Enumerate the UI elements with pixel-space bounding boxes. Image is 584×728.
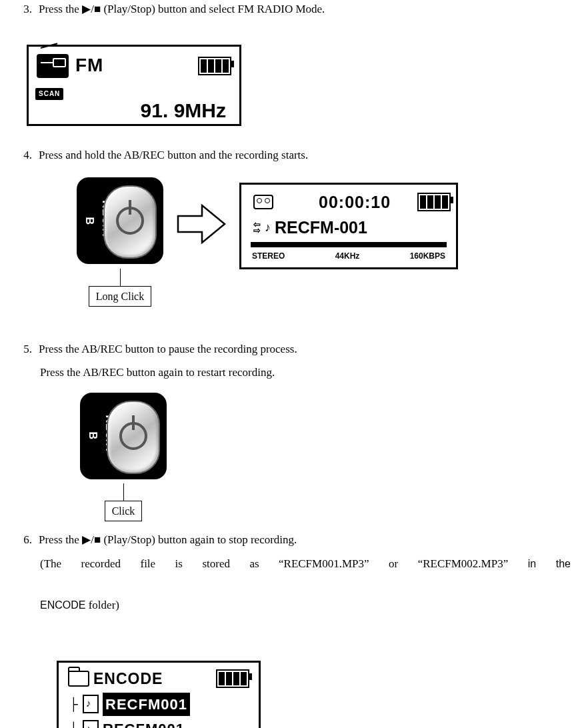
encode-folder-screen: ENCODE ├ RECFM001 └ RECFM001	[57, 661, 261, 728]
music-file-icon	[83, 720, 99, 728]
rec-button-click-diagram: REC/A-B Click	[80, 393, 167, 522]
step-6-line1: Press the ▶/■ (Play/Stop) button again t…	[39, 531, 571, 549]
file-row-selected: ├ RECFM001	[64, 693, 253, 716]
recording-screen: 00:00:10 ⇦⇨ ♪ RECFM-001 STEREO 44KHz 160…	[239, 183, 458, 269]
encode-folder-name: ENCODE	[93, 667, 163, 691]
step-5-line2: Press the AB/REC button again to restart…	[40, 363, 571, 381]
step-3-text-a: Press the	[39, 3, 82, 15]
scan-badge: SCAN	[35, 88, 63, 100]
repeat-arrows-icon: ⇦⇨	[253, 221, 261, 233]
file-row: └ RECFM001	[64, 717, 253, 728]
step-6-line2: (The recorded file is stored as “RECFM00…	[40, 555, 571, 591]
fm-radio-screen: FM SCAN 91. 9MHz	[27, 45, 241, 126]
arrow-right-icon	[177, 204, 226, 249]
step-6-line1-a: Press the	[39, 533, 82, 546]
rec-button-longclick-diagram: REC/A-B Long Click	[77, 177, 163, 307]
battery-icon	[198, 57, 231, 75]
sample-rate-label: 44KHz	[335, 250, 360, 263]
stereo-label: STEREO	[252, 250, 285, 263]
step-6-folder-word: folder)	[85, 599, 119, 611]
cassette-icon	[253, 195, 273, 209]
play-stop-symbol-2: ▶/■	[82, 533, 101, 546]
folder-icon	[68, 671, 89, 687]
tree-branch-icon: └	[69, 719, 79, 728]
battery-icon	[216, 669, 249, 688]
music-file-icon	[83, 695, 99, 713]
step-5-number: 5.	[13, 340, 32, 358]
radio-icon	[37, 54, 69, 78]
step-6-line3: ENCODE folder)	[40, 596, 571, 614]
progress-bar	[251, 242, 447, 247]
click-caption: Click	[105, 501, 143, 522]
rec-ab-button: REC/A-B	[80, 393, 167, 479]
step-5-line1: Press the AB/REC button to pause the rec…	[39, 340, 571, 358]
battery-icon	[417, 193, 451, 211]
step-6-number: 6.	[13, 531, 32, 549]
long-click-caption: Long Click	[89, 286, 151, 307]
power-button-icon	[103, 185, 157, 259]
file-name: RECFM001	[103, 717, 185, 728]
music-note-icon: ♪	[265, 218, 271, 237]
fm-frequency: 91. 9MHz	[34, 95, 234, 127]
recording-filename: RECFM-001	[275, 214, 367, 241]
play-stop-symbol: ▶/■	[82, 3, 101, 15]
step-3-text-b: (Play/Stop) button and select FM RADIO M…	[101, 3, 325, 15]
power-button-icon	[107, 401, 160, 474]
step-6-line1-b: (Play/Stop) button again to stop recordi…	[101, 533, 297, 546]
step-6-encode-word: ENCODE	[40, 599, 85, 611]
bitrate-label: 160KBPS	[410, 250, 445, 263]
recording-timer: 00:00:10	[319, 189, 391, 215]
fm-mode-label: FM	[75, 51, 103, 81]
step-6-line2-main: (The recorded file is stored as “RECFM00…	[40, 557, 508, 570]
step-4-text: Press and hold the AB/REC button and the…	[39, 146, 571, 164]
file-name-selected: RECFM001	[103, 693, 190, 716]
step-6-in-the: in the	[528, 558, 571, 569]
tree-branch-icon: ├	[69, 695, 79, 714]
step-3-text: Press the ▶/■ (Play/Stop) button and sel…	[39, 0, 571, 18]
step-3-number: 3.	[13, 0, 32, 18]
rec-ab-button: REC/A-B	[77, 177, 163, 264]
step-4-number: 4.	[13, 146, 32, 164]
